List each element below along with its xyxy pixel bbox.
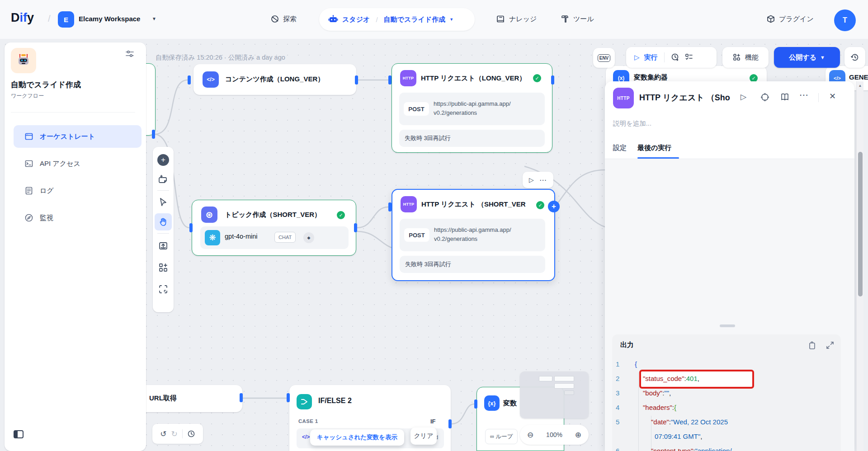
run-history-icon[interactable] xyxy=(671,53,680,62)
app-settings-icon[interactable] xyxy=(125,49,135,59)
focus-node-icon[interactable] xyxy=(760,93,769,102)
node-title: IF/ELSE 2 xyxy=(318,397,352,405)
pointer-tool-button[interactable] xyxy=(153,193,174,211)
nav-tools[interactable]: ツール xyxy=(561,14,594,23)
add-note-button[interactable] xyxy=(153,169,174,188)
code-line: 2"status_code": 401, xyxy=(616,371,837,386)
run-node-icon[interactable]: ▷ xyxy=(529,176,534,183)
input-handle[interactable] xyxy=(189,223,193,232)
features-icon xyxy=(732,53,741,62)
robot-icon xyxy=(16,53,31,68)
run-button[interactable]: 実行 xyxy=(644,53,658,62)
llm-node-icon: ⊛ xyxy=(201,207,217,223)
input-handle[interactable] xyxy=(474,399,477,409)
zoom-out-icon[interactable]: ⊖ xyxy=(527,430,533,440)
variable-icon: </> xyxy=(302,434,310,440)
view-history-icon[interactable] xyxy=(187,430,195,438)
scrollbar-thumb[interactable] xyxy=(858,152,863,296)
resize-handle[interactable] xyxy=(720,324,735,327)
divider xyxy=(182,429,183,438)
input-handle[interactable] xyxy=(388,202,392,211)
redo-icon[interactable]: ↻ xyxy=(171,429,178,439)
history-clock-icon xyxy=(850,53,859,62)
start-output-handle[interactable] xyxy=(152,130,155,139)
zoom-level[interactable]: 100% xyxy=(546,431,562,438)
code-line: 1{ xyxy=(616,357,837,371)
minimap[interactable] xyxy=(520,371,589,418)
checklist-icon[interactable] xyxy=(684,53,693,62)
if-branch-handle[interactable] xyxy=(448,419,452,428)
tab-last-run[interactable]: 最後の実行 xyxy=(637,144,671,152)
nav-explore[interactable]: 探索 xyxy=(270,14,297,23)
docs-book-icon[interactable] xyxy=(780,93,789,102)
organize-nodes-button[interactable] xyxy=(153,258,174,277)
close-panel-icon[interactable]: ✕ xyxy=(829,91,836,101)
undo-icon[interactable]: ↺ xyxy=(160,429,166,439)
last-run-content: 出力 1{2"status_code": 401,3"body": "",4"h… xyxy=(605,159,854,451)
description-placeholder[interactable]: 説明を追加... xyxy=(613,119,651,128)
api-icon xyxy=(24,159,33,168)
nav-plugins[interactable]: プラグイン xyxy=(766,14,814,23)
app-icon xyxy=(11,48,36,73)
nav-knowledge[interactable]: ナレッジ xyxy=(496,14,537,23)
app-type: ワークフロー xyxy=(11,92,44,100)
zoom-controls: ⊖ 100% ⊕ xyxy=(520,425,589,445)
add-node-button[interactable]: + xyxy=(153,150,174,169)
tab-settings[interactable]: 設定 xyxy=(613,144,627,152)
sidebar-item-logs[interactable]: ログ xyxy=(14,179,142,202)
input-handle[interactable] xyxy=(287,393,290,402)
minimap-toggle-button[interactable] xyxy=(153,280,174,299)
clear-button[interactable]: クリア xyxy=(410,428,437,445)
zoom-in-icon[interactable]: ⊕ xyxy=(575,430,581,440)
user-avatar[interactable]: T xyxy=(834,9,856,31)
node-topic-short[interactable]: ⊛ トピック作成（SHORT_VER） ✓ ❋ gpt-4o-mini CHAT… xyxy=(192,200,356,256)
run-node-icon[interactable]: ▷ xyxy=(741,92,746,102)
chevron-down-icon: ▼ xyxy=(152,16,156,21)
minimap-node xyxy=(564,390,574,395)
node-content-long[interactable]: </> コンテンツ作成（LONG_VER） xyxy=(193,64,356,95)
output-json-code[interactable]: 1{2"status_code": 401,3"body": "",4"head… xyxy=(616,357,837,451)
sidebar-item-api-access[interactable]: API アクセス xyxy=(14,152,142,175)
publish-button[interactable]: 公開する ▼ xyxy=(774,47,840,68)
nav-app-breadcrumb[interactable]: 自動でスライド作成 xyxy=(384,15,446,24)
output-handle[interactable] xyxy=(240,393,243,402)
expand-icon[interactable] xyxy=(826,341,835,350)
input-handle[interactable] xyxy=(388,75,392,85)
http-node-icon: HTTP xyxy=(401,196,417,212)
output-handle[interactable] xyxy=(551,75,554,85)
env-icon: ENV xyxy=(598,54,611,62)
chevron-down-icon: ▼ xyxy=(820,55,825,60)
node-http-short[interactable]: HTTP HTTP リクエスト （SHORT_VER ✓ POST https:… xyxy=(392,189,555,281)
sidebar-item-monitoring[interactable]: 監視 xyxy=(14,207,142,229)
plus-icon: + xyxy=(157,154,169,166)
monitoring-icon xyxy=(24,213,33,222)
cached-vars-tooltip[interactable]: キャッシュされた変数を表示 xyxy=(310,429,404,446)
workspace-name[interactable]: Elcamy Workspace xyxy=(79,15,140,23)
http-url: https://public-api.gamma.app/ v0.2/gener… xyxy=(434,99,511,117)
sidebar-item-orchestrate[interactable]: オーケストレート xyxy=(14,125,142,148)
http-url-row: POST https://public-api.gamma.app/ v0.2/… xyxy=(400,219,545,251)
import-dsl-button[interactable] xyxy=(153,236,174,255)
add-next-node-button[interactable]: + xyxy=(548,201,560,212)
node-http-long[interactable]: HTTP HTTP リクエスト（LONG_VER） ✓ POST https:/… xyxy=(392,63,552,153)
workspace-avatar[interactable]: E xyxy=(58,11,74,28)
scrollbar-track[interactable]: ▲ xyxy=(856,81,863,451)
copy-icon[interactable] xyxy=(807,341,816,350)
code-line: 5"date": "Wed, 22 Oct 2025 xyxy=(616,415,837,429)
env-button[interactable]: ENV xyxy=(593,48,615,68)
more-options-icon[interactable]: ⋯ xyxy=(799,89,809,100)
output-handle[interactable] xyxy=(355,75,358,85)
output-handle[interactable] xyxy=(354,223,357,232)
dify-logo: Dify xyxy=(11,11,34,25)
panel-title[interactable]: HTTP リクエスト （Sho xyxy=(639,92,738,103)
collapse-sidebar-icon[interactable] xyxy=(14,430,24,438)
version-history-button[interactable] xyxy=(844,47,865,68)
input-handle[interactable] xyxy=(188,75,191,85)
features-button[interactable]: 機能 xyxy=(722,47,769,68)
nav-studio[interactable]: スタジオ xyxy=(342,15,370,24)
model-name: gpt-4o-mini xyxy=(225,233,258,240)
run-icon[interactable]: ▷ xyxy=(634,53,640,61)
hand-tool-button[interactable] xyxy=(155,213,172,230)
more-options-icon[interactable]: ⋯ xyxy=(539,176,547,184)
scroll-up-arrow[interactable]: ▲ xyxy=(857,84,863,88)
